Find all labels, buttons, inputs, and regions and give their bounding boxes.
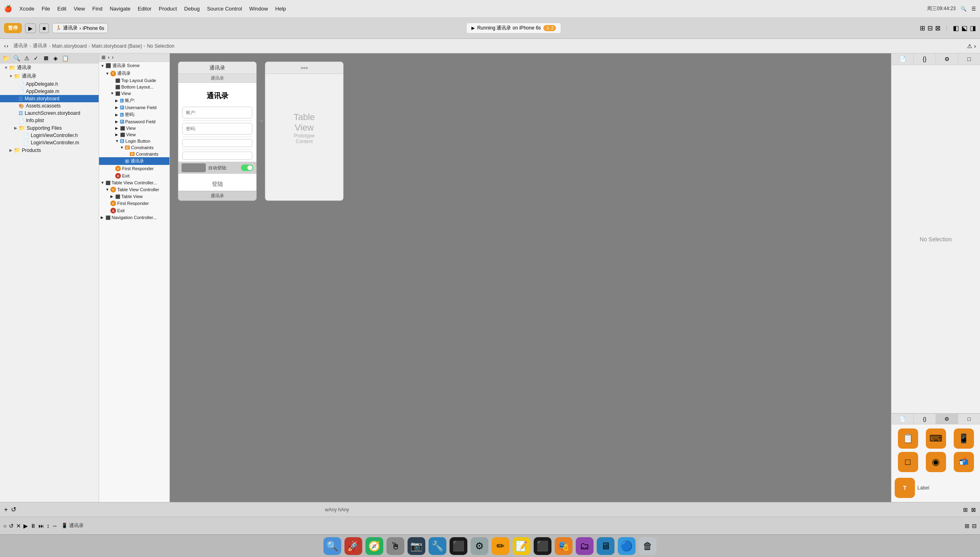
scene-contacts-vc[interactable]: ▼ V 通讯录	[99, 70, 169, 77]
bottom-right-grid-icon[interactable]: ⊞	[965, 523, 969, 529]
scene-contacts-selected[interactable]: C 通讯录	[99, 157, 169, 165]
menu-view[interactable]: View	[74, 6, 85, 12]
nav-debug-icon[interactable]: 🔳	[42, 55, 49, 61]
dock-xcode[interactable]: 🔧	[429, 537, 446, 555]
editor-assistant-icon[interactable]: ⊟	[927, 24, 933, 32]
nav-item-info-plist[interactable]: 📄 Info.plist	[0, 117, 99, 124]
breadcrumb-group[interactable]: 通讯录	[33, 42, 47, 49]
menu-window[interactable]: Window	[249, 6, 268, 12]
lib-tab-file[interactable]: 📄	[891, 414, 914, 424]
lib-tab-media[interactable]: □	[958, 414, 980, 424]
menu-navigate[interactable]: Navigate	[110, 6, 130, 12]
dock-mouse[interactable]: 🖱	[387, 537, 404, 555]
nav-report-icon[interactable]: 📋	[62, 55, 69, 61]
dock-notes[interactable]: 📝	[513, 537, 530, 555]
dock-safari[interactable]: 🧭	[365, 537, 383, 555]
scene-constraints-group[interactable]: ▼ ⊞ Constraints	[99, 144, 169, 151]
scene-tvc-first-responder[interactable]: V First Responder	[99, 200, 169, 207]
right-tab-file[interactable]: 📄	[891, 53, 914, 65]
lib-icon-1[interactable]: 📋	[898, 428, 918, 449]
scene-bottom-layout[interactable]: ⬛ Bottom Layout...	[99, 84, 169, 90]
debug-toggle[interactable]: ⬕	[961, 24, 967, 32]
scene-view3[interactable]: ▶ ⬛ View	[99, 131, 169, 138]
stop-button[interactable]: ■	[39, 23, 49, 33]
bottom-x-icon[interactable]: ✕	[16, 523, 21, 529]
apple-menu[interactable]: 🍎	[4, 5, 12, 13]
menu-list-icon[interactable]: ☰	[972, 6, 976, 12]
nav-item-main-storyboard[interactable]: 🖼 Main.storyboard	[0, 95, 99, 102]
lib-icon-label[interactable]: T	[895, 478, 915, 498]
breadcrumb-storyboard[interactable]: Main.storyboard	[52, 43, 87, 49]
scene-view2[interactable]: ▶ ⬛ View	[99, 125, 169, 131]
utilities-toggle[interactable]: ◨	[970, 24, 976, 32]
bottom-nav-button[interactable]: ↺	[11, 506, 16, 513]
scene-username-field[interactable]: ▶ F Username Field	[99, 104, 169, 111]
nav-item-loginvc-m[interactable]: 📄 LoginViewController.m	[0, 139, 99, 146]
dock-launchpad[interactable]: 🚀	[344, 537, 362, 555]
bottom-arrows-icon[interactable]: ↕	[46, 523, 49, 529]
breadcrumb-warning-icon[interactable]: ⚠	[967, 43, 972, 49]
lib-tab-code[interactable]: {}	[914, 414, 936, 424]
scene-first-responder[interactable]: V First Responder	[99, 165, 169, 172]
nav-search-icon[interactable]: 🔍	[13, 55, 20, 61]
dock-finder[interactable]: 🔍	[323, 537, 341, 555]
menu-search-icon[interactable]: 🔍	[961, 6, 967, 12]
phone-login-btn[interactable]: 登陆	[178, 176, 256, 190]
scene-panel-icon[interactable]: ⊞	[101, 55, 106, 60]
auto-login-toggle[interactable]	[241, 165, 253, 171]
nav-item-group[interactable]: ▼ 📁 通讯录	[0, 72, 99, 80]
menu-editor[interactable]: Editor	[138, 6, 152, 12]
scene-tvc[interactable]: ▼ V Table View Controller	[99, 186, 169, 193]
nav-item-launch-storyboard[interactable]: 🖼 LaunchScreen.storyboard	[0, 110, 99, 117]
menu-product[interactable]: Product	[159, 6, 177, 12]
scene-panel-back[interactable]: ‹	[108, 55, 110, 60]
editor-standard-icon[interactable]: ⊞	[920, 24, 925, 32]
menu-find[interactable]: Find	[92, 6, 102, 12]
scene-constraints-inner[interactable]: ⊞ Constraints	[99, 151, 169, 157]
breadcrumb-back[interactable]: ‹	[4, 43, 6, 49]
editor-version-icon[interactable]: ⊠	[935, 24, 940, 32]
scene-top-layout[interactable]: ⬛ Top Layout Guide	[99, 77, 169, 84]
dock-blue-app[interactable]: 🔵	[618, 537, 636, 555]
dock-settings[interactable]: ⚙	[471, 537, 488, 555]
breadcrumb-forward[interactable]: ›	[6, 43, 8, 49]
scene-contacts-root[interactable]: ▼ ⬛ 通讯录 Scene	[99, 62, 169, 70]
nav-item-products[interactable]: ▶ 📁 Products	[0, 146, 99, 154]
scene-nav-controller[interactable]: ▶ ⬛ Navigation Controller...	[99, 214, 169, 221]
nav-breakpoints-icon[interactable]: ◈	[53, 55, 58, 61]
breadcrumb-project[interactable]: 通讯录	[13, 42, 28, 49]
right-tab-quick-help[interactable]: {}	[914, 53, 936, 65]
dock-terminal[interactable]: ⬛	[450, 537, 467, 555]
dock-display[interactable]: 🖥	[597, 537, 615, 555]
right-tab-size[interactable]: □	[958, 53, 980, 65]
nav-item-supporting[interactable]: ▶ 📁 Supporting Files	[0, 124, 99, 132]
nav-item-project-root[interactable]: ▼ 📁 通讯录	[0, 63, 99, 72]
scene-login-button[interactable]: ▼ B Login Button	[99, 138, 169, 144]
bottom-step-icon[interactable]: ⏭	[38, 523, 44, 529]
lib-icon-2[interactable]: ⌨	[926, 428, 946, 449]
play-button[interactable]: ▶	[25, 23, 36, 33]
nav-item-assets[interactable]: 🎨 Assets.xcassets	[0, 102, 99, 110]
scene-tvc-group[interactable]: ▼ ⬛ Table View Controller...	[99, 179, 169, 186]
nav-item-loginvc-h[interactable]: 📄 LoginViewController.h	[0, 132, 99, 139]
nav-folder-icon[interactable]: 📁	[2, 55, 9, 61]
scene-password-label[interactable]: ▶ L 密码:	[99, 111, 169, 118]
lib-icon-6[interactable]: 📬	[954, 452, 974, 472]
dock-app2[interactable]: 🎭	[555, 537, 572, 555]
menu-debug[interactable]: Debug	[184, 6, 200, 12]
menu-edit[interactable]: Edit	[57, 6, 66, 12]
scheme-selector[interactable]: 🏃 通讯录 › iPhone 6s	[52, 23, 108, 33]
dock-sketch[interactable]: ✏	[492, 537, 509, 555]
navigator-toggle[interactable]: ◧	[953, 24, 959, 32]
menu-file[interactable]: File	[42, 6, 50, 12]
phone-password-field[interactable]: 密码:	[182, 123, 252, 135]
scene-table-view[interactable]: ▶ ⬛ Table View	[99, 193, 169, 200]
scene-view[interactable]: ▼ ⬛ View	[99, 90, 169, 97]
bottom-circle-icon[interactable]: ○	[3, 523, 6, 529]
pause-button[interactable]: 暂停	[4, 23, 22, 33]
bottom-arrows2-icon[interactable]: ↔	[52, 523, 57, 529]
nav-tests-icon[interactable]: ✓	[34, 55, 38, 61]
dock-dark-app[interactable]: ⬛	[534, 537, 551, 555]
bottom-pause-icon[interactable]: ⏸	[30, 523, 36, 529]
scene-account-label[interactable]: ▶ L 账户:	[99, 97, 169, 104]
